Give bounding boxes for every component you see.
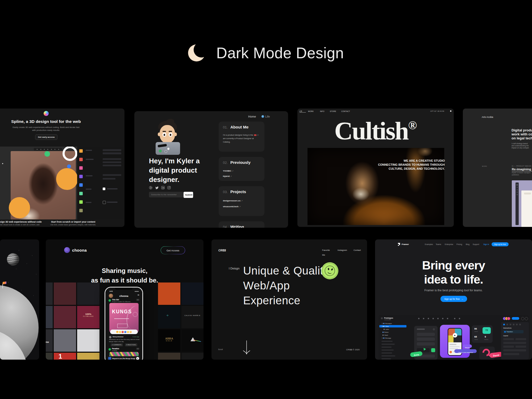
kyler-nav-life[interactable]: Life (261, 115, 270, 118)
aris-case-link[interactable]: Re-imagining co (512, 168, 532, 171)
framer-heading-line2: idea to life. (375, 273, 532, 286)
kyler-portfolio-card: Home Life Hey, I'm Kyler a digital produ… (134, 111, 288, 228)
arrow-right-icon: → (461, 298, 463, 300)
criss-heading-line2: Web/App (243, 279, 290, 292)
cultish-nav-logo[interactable]: C® (300, 110, 306, 113)
flag-icon (3, 281, 6, 284)
abba-gold-cover: ABBA GOLD (158, 329, 180, 352)
post2-menu[interactable]: ••• (136, 348, 139, 350)
viruscovid-link[interactable]: viruscovid.tech ↗ (223, 205, 241, 208)
instagram-icon[interactable] (167, 186, 171, 190)
post1-menu[interactable]: ••• (136, 299, 139, 301)
section-number: 04. (223, 225, 228, 228)
framer-subtitle: Framer is the best prototyping tool for … (375, 289, 532, 292)
flag-icon (254, 134, 256, 136)
fire-reaction-icon[interactable] (116, 331, 118, 333)
criss-portfolio-card: CRI$$ Favorite Me Instagram Contact I De… (211, 239, 367, 360)
reactions-bar[interactable] (110, 330, 138, 334)
spline-feature2-title: Start from scratch or import your conten… (37, 221, 109, 223)
framer-nav-blog[interactable]: Blog (466, 243, 469, 245)
framer-nav-pricing[interactable]: Pricing (456, 243, 462, 245)
yoobic-link[interactable]: YOOBIC ↗ (223, 170, 234, 172)
spline-get-early-access-button[interactable]: Get early access (35, 134, 57, 140)
framer-signin-link[interactable]: Sign in (483, 243, 489, 245)
track-thumb (108, 357, 111, 360)
framer-brand[interactable]: Framer (402, 243, 409, 246)
dancing-man-reaction-icon[interactable] (124, 331, 126, 333)
linkedin-icon[interactable] (161, 186, 165, 190)
designresources-link[interactable]: designresourc.es ↗ (223, 200, 243, 202)
framer-nav-teams[interactable]: Teams (436, 243, 441, 245)
clap-reaction-icon[interactable] (130, 331, 132, 333)
kyler-nav-life-label: Life (265, 115, 270, 118)
criss-logo: CRI$$ (218, 249, 226, 252)
hybrid-link[interactable]: Hybrid ↗ (223, 175, 232, 177)
layer-row[interactable]: Label (379, 328, 409, 330)
cultish-nav-work[interactable]: WORK (308, 110, 314, 112)
laugh-reaction-icon[interactable] (127, 331, 129, 333)
invite-pill[interactable] (512, 317, 519, 320)
get-access-button[interactable]: Get Access (161, 246, 185, 254)
newsletter-input[interactable] (149, 192, 184, 197)
twitter-icon[interactable] (155, 186, 159, 190)
spline-editor-image (0, 147, 124, 219)
framer-signup-button[interactable]: Sign up for free (492, 242, 509, 246)
choona-bubble-icon: ··· (64, 247, 70, 253)
kyler-nav-home[interactable]: Home (248, 115, 256, 118)
project-title: Prototypes (384, 317, 393, 319)
heart-eyes-reaction-icon[interactable] (119, 331, 121, 333)
layer-row[interactable]: Button (379, 331, 408, 333)
stars (19, 250, 19, 251)
section-number: 03. (223, 190, 228, 194)
cultish-nav-store[interactable]: STORE (330, 110, 336, 112)
layer-row-selected[interactable]: Video (379, 325, 406, 327)
app-sidebar (516, 182, 519, 225)
scroll-down-arrow[interactable] (242, 340, 251, 356)
framer-cta-button[interactable]: Sign up for free → (440, 296, 467, 302)
post1-title: This Girl (112, 299, 119, 301)
aris-acoba-card: Aris Acoba Digital produc work with cod … (463, 109, 532, 227)
editor-right-panel (77, 147, 124, 219)
cultish-studio-card: C® WORK INFO STORE CONTACT CPT 22° 18:43… (297, 109, 454, 227)
message-icon[interactable]: ✉ (138, 294, 139, 296)
transition-chip[interactable]: Transition (503, 330, 523, 333)
aris-heading-line2: work with cod (512, 132, 532, 136)
reactions-button[interactable]: 9 REACTIONS (125, 343, 137, 346)
layer-row[interactable]: Stack (379, 334, 408, 336)
framer-nav-enterprise[interactable]: Enterprise (445, 243, 453, 245)
about-body: I'm a product designer living in the . I… (223, 133, 261, 144)
cultish-nav-info[interactable]: INFO (320, 110, 325, 112)
cover-title: KUNGS (112, 308, 132, 315)
criss-scroll-label: Scroll (218, 348, 223, 350)
aris-name: Aris Acoba (482, 116, 493, 118)
stat-value: 68 (474, 335, 477, 338)
kyler-heading-line3: designer. (149, 176, 179, 184)
smiley-sticker (319, 260, 340, 281)
criss-nav-contact[interactable]: Contact (354, 249, 361, 251)
layer-row[interactable]: Messages (379, 322, 406, 325)
now-playing-banner[interactable]: Played-A-Live (The Bongo Song) ▶ (107, 356, 140, 360)
criss-nav-favorite[interactable]: Favorite (322, 249, 330, 251)
dancer-reaction-icon[interactable] (122, 331, 124, 333)
play-button[interactable]: ▶ (453, 333, 457, 338)
framer-app-screenshot: Prototypes Messages Video Label Button (378, 315, 529, 360)
aris-case-desc-line1: Digital contracts managem (512, 172, 531, 173)
framer-nav-examples[interactable]: Examples (425, 243, 433, 245)
section-number: 02. (223, 161, 228, 165)
framer-nav-support[interactable]: Support (473, 243, 479, 245)
kyler-section-previously: 02. Previously YOOBIC ↗ Hybrid ↗ (219, 157, 264, 181)
cultish-nav-contact[interactable]: CONTACT (341, 110, 350, 112)
newsletter-submit-button[interactable]: Submit (184, 192, 193, 198)
criss-nav-me[interactable]: Me (322, 254, 325, 256)
post2-title: Paradise (112, 348, 119, 350)
spline-feature2-desc: Use text, create basic geometric shapes,… (37, 224, 109, 226)
green-circle (44, 151, 50, 157)
comment-line2: banger back in the day (109, 341, 124, 342)
dribbble-icon[interactable] (149, 186, 152, 190)
comment-time: 6 mins ago (133, 336, 139, 338)
criss-nav-instagram[interactable]: Instagram (338, 249, 347, 251)
play-button[interactable]: ▶ (136, 357, 139, 360)
comments-button[interactable]: 2 COMMENTS (111, 343, 123, 346)
criss-intro: I Deisgn (229, 267, 239, 270)
layer-row[interactable]: Message (379, 337, 406, 339)
